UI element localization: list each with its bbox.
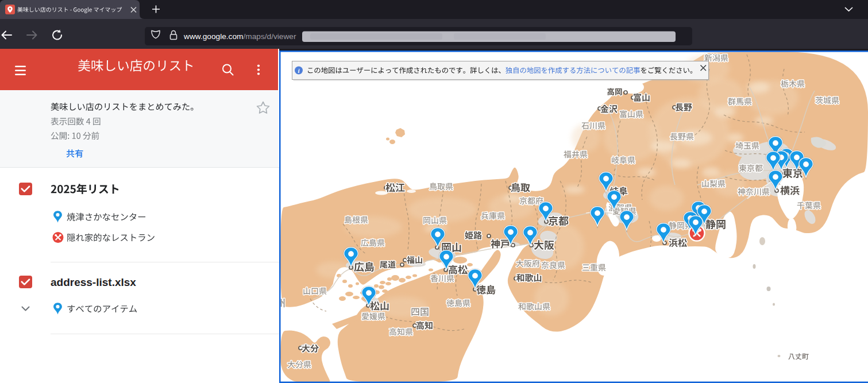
svg-text:address-list.xlsx: address-list.xlsx — [51, 276, 136, 288]
svg-text:www.google.com/maps/d/viewer: www.google.com/maps/d/viewer — [183, 32, 296, 41]
